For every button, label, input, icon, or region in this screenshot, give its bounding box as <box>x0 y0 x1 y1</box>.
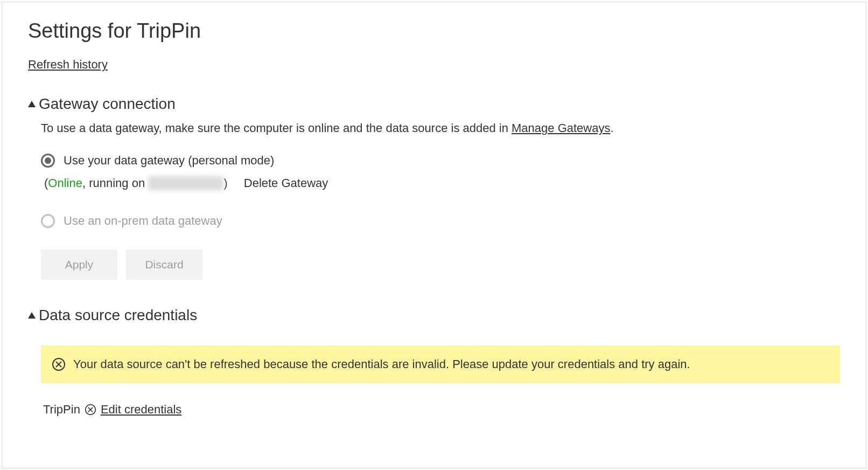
credentials-section-title: Data source credentials <box>39 307 197 324</box>
credentials-alert-text: Your data source can't be refreshed beca… <box>73 357 690 371</box>
radio-personal-mode-row[interactable]: Use your data gateway (personal mode) <box>41 154 840 168</box>
caret-up-icon <box>28 101 36 107</box>
manage-gateways-link[interactable]: Manage Gateways <box>512 121 610 135</box>
discard-button[interactable]: Discard <box>126 250 202 280</box>
page-title: Settings for TripPin <box>28 19 840 43</box>
radio-onprem-row: Use an on-prem data gateway <box>41 214 840 228</box>
gateway-description-text: To use a data gateway, make sure the com… <box>41 121 512 135</box>
status-running-text: , running on <box>82 176 148 190</box>
credentials-section-body: Your data source can't be refreshed beca… <box>28 345 840 417</box>
credentials-source-name: TripPin <box>43 403 80 417</box>
edit-credentials-link[interactable]: Edit credentials <box>101 403 181 417</box>
svg-marker-1 <box>28 312 36 319</box>
caret-up-icon <box>28 312 36 319</box>
status-close-paren: ) <box>223 176 227 190</box>
gateway-section-title: Gateway connection <box>39 95 176 113</box>
settings-panel: Settings for TripPin Refresh history Gat… <box>2 2 866 468</box>
radio-personal-label: Use your data gateway (personal mode) <box>64 154 274 168</box>
gateway-button-row: Apply Discard <box>41 250 840 280</box>
gateway-connection-section: Gateway connection To use a data gateway… <box>28 95 840 280</box>
status-machine-redacted: XXXXXXXXX <box>148 176 223 190</box>
radio-selected-icon <box>41 154 55 168</box>
gateway-status-line: (Online, running on XXXXXXXXX) Delete Ga… <box>44 176 840 190</box>
credentials-source-row: TripPin Edit credentials <box>41 403 840 417</box>
apply-button[interactable]: Apply <box>41 250 117 280</box>
credentials-section-toggle[interactable]: Data source credentials <box>28 307 840 324</box>
error-circle-x-icon <box>52 357 66 371</box>
gateway-description: To use a data gateway, make sure the com… <box>41 121 840 135</box>
error-circle-x-icon <box>85 404 96 416</box>
delete-gateway-link[interactable]: Delete Gateway <box>244 176 328 190</box>
credentials-section: Data source credentials Your data source… <box>28 307 840 417</box>
credentials-alert: Your data source can't be refreshed beca… <box>41 345 840 383</box>
status-online-text: Online <box>48 176 82 190</box>
radio-onprem-label: Use an on-prem data gateway <box>64 214 222 228</box>
gateway-section-body: To use a data gateway, make sure the com… <box>28 121 840 280</box>
gateway-section-toggle[interactable]: Gateway connection <box>28 95 840 113</box>
refresh-history-link[interactable]: Refresh history <box>28 58 108 72</box>
gateway-description-suffix: . <box>610 121 613 135</box>
svg-marker-0 <box>28 101 36 107</box>
radio-unselected-icon <box>41 214 55 228</box>
